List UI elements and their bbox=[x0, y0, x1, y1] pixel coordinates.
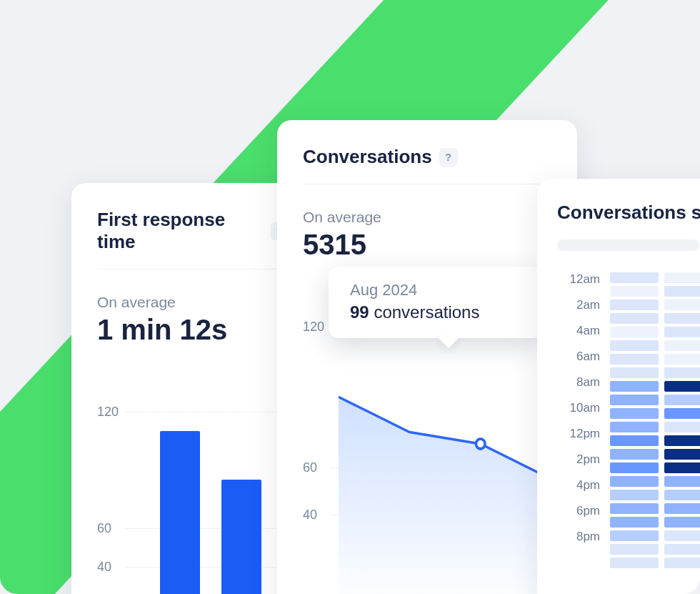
bar[interactable] bbox=[221, 480, 261, 594]
card-title: First response time ? bbox=[97, 209, 289, 253]
card-conversations-stats: Conversations sta 12am2am4am6am8am10am12… bbox=[537, 179, 700, 594]
heatmap-y-labels: 12am2am4am6am8am10am12pm2pm4pm6pm8pm bbox=[557, 272, 600, 568]
heatmap-cell[interactable] bbox=[610, 300, 659, 310]
title-text: Conversations sta bbox=[557, 202, 700, 224]
heatmap-time-label: 4pm bbox=[576, 478, 600, 492]
heatmap-cell[interactable] bbox=[664, 476, 700, 487]
y-tick: 60 bbox=[303, 460, 317, 475]
heatmap-time-label: 4am bbox=[576, 324, 600, 338]
bar-chart: 1206040 bbox=[97, 373, 289, 594]
heatmap-cell[interactable] bbox=[610, 503, 659, 514]
heatmap-cell[interactable] bbox=[664, 503, 700, 514]
heatmap-time-label: 2am bbox=[576, 298, 600, 312]
heatmap-cell[interactable] bbox=[664, 272, 700, 283]
card-title: Conversations ? bbox=[303, 146, 551, 168]
heatmap-cell[interactable] bbox=[610, 476, 659, 487]
y-tick: 40 bbox=[97, 560, 111, 575]
heatmap-cell[interactable] bbox=[610, 462, 659, 473]
heatmap-cell[interactable] bbox=[610, 422, 659, 432]
tooltip-count: 99 bbox=[350, 302, 369, 322]
heatmap-column bbox=[610, 272, 659, 568]
heatmap-cell[interactable] bbox=[610, 381, 659, 392]
heatmap-cell[interactable] bbox=[664, 517, 700, 528]
heatmap-cell[interactable] bbox=[610, 558, 659, 568]
heatmap-column bbox=[664, 272, 700, 568]
heatmap-time-label: 6pm bbox=[576, 504, 600, 518]
tooltip-value: 99 conversations bbox=[350, 302, 521, 322]
heatmap-cell[interactable] bbox=[664, 462, 700, 473]
heatmap: 12am2am4am6am8am10am12pm2pm4pm6pm8pm bbox=[557, 272, 700, 568]
skeleton-line bbox=[557, 239, 699, 251]
y-tick: 120 bbox=[97, 405, 119, 420]
heatmap-cell[interactable] bbox=[664, 286, 700, 297]
tooltip-unit: conversations bbox=[374, 302, 479, 322]
heatmap-time-label: 12am bbox=[569, 272, 600, 287]
heatmap-cell[interactable] bbox=[664, 544, 700, 555]
avg-value: 5315 bbox=[303, 229, 551, 261]
heatmap-cell[interactable] bbox=[610, 395, 659, 405]
heatmap-cell[interactable] bbox=[664, 490, 700, 500]
divider bbox=[97, 269, 289, 269]
heatmap-cell[interactable] bbox=[610, 435, 659, 446]
heatmap-cell[interactable] bbox=[664, 449, 700, 460]
heatmap-cell[interactable] bbox=[610, 340, 659, 351]
card-title: Conversations sta bbox=[557, 202, 700, 224]
heatmap-grid bbox=[610, 272, 700, 568]
heatmap-cell[interactable] bbox=[664, 313, 700, 324]
bars bbox=[126, 373, 289, 594]
card-conversations: Conversations ? On average 5315 Aug 2024… bbox=[277, 120, 577, 594]
heatmap-time-label: 10am bbox=[569, 401, 600, 415]
avg-label: On average bbox=[97, 294, 289, 311]
divider bbox=[303, 184, 551, 184]
title-text: First response time bbox=[97, 209, 264, 253]
heatmap-cell[interactable] bbox=[610, 490, 659, 500]
heatmap-time-label: 8pm bbox=[576, 530, 600, 544]
heatmap-cell[interactable] bbox=[610, 272, 659, 283]
heatmap-cell[interactable] bbox=[610, 517, 659, 528]
heatmap-cell[interactable] bbox=[664, 354, 700, 365]
heatmap-cell[interactable] bbox=[610, 313, 659, 324]
help-icon[interactable]: ? bbox=[439, 148, 458, 167]
heatmap-cell[interactable] bbox=[664, 367, 700, 378]
bar[interactable] bbox=[160, 431, 200, 594]
title-text: Conversations bbox=[303, 146, 432, 168]
heatmap-cell[interactable] bbox=[664, 422, 700, 432]
chart-tooltip: Aug 2024 99 conversations bbox=[329, 267, 543, 338]
heatmap-time-label: 6am bbox=[576, 350, 600, 364]
y-tick: 120 bbox=[303, 319, 324, 334]
heatmap-cell[interactable] bbox=[664, 327, 700, 337]
avg-label: On average bbox=[303, 209, 551, 226]
heatmap-cell[interactable] bbox=[610, 286, 659, 297]
heatmap-time-label: 2pm bbox=[576, 452, 600, 467]
heatmap-cell[interactable] bbox=[664, 300, 700, 310]
heatmap-time-label: 12pm bbox=[569, 427, 600, 441]
heatmap-cell[interactable] bbox=[610, 367, 659, 378]
heatmap-cell[interactable] bbox=[664, 408, 700, 419]
svg-point-0 bbox=[476, 439, 485, 449]
avg-value: 1 min 12s bbox=[97, 314, 289, 346]
heatmap-cell[interactable] bbox=[664, 435, 700, 446]
heatmap-cell[interactable] bbox=[610, 354, 659, 365]
heatmap-cell[interactable] bbox=[610, 327, 659, 337]
heatmap-cell[interactable] bbox=[664, 558, 700, 568]
tooltip-date: Aug 2024 bbox=[350, 281, 521, 300]
heatmap-cell[interactable] bbox=[610, 408, 659, 419]
heatmap-cell[interactable] bbox=[610, 530, 659, 541]
heatmap-cell[interactable] bbox=[664, 381, 700, 392]
y-tick: 40 bbox=[303, 507, 317, 522]
y-tick: 60 bbox=[97, 521, 111, 536]
heatmap-time-label: 8am bbox=[576, 375, 600, 390]
heatmap-cell[interactable] bbox=[610, 544, 659, 555]
heatmap-cell[interactable] bbox=[664, 395, 700, 405]
heatmap-cell[interactable] bbox=[664, 340, 700, 351]
line-chart: Aug 2024 99 conversations 12060400 bbox=[303, 279, 551, 594]
heatmap-cell[interactable] bbox=[610, 449, 659, 460]
heatmap-cell[interactable] bbox=[664, 530, 700, 541]
